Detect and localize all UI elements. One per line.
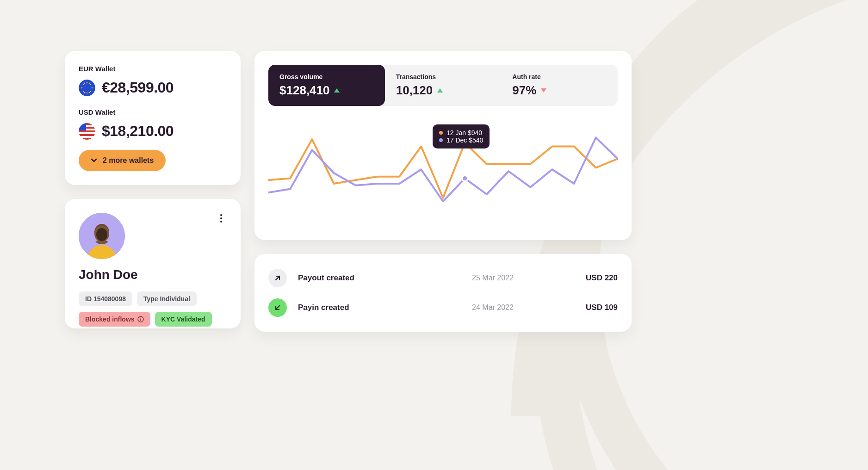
tab-transactions[interactable]: Transactions 10,120 <box>385 65 502 106</box>
svg-rect-17 <box>79 130 95 132</box>
svg-rect-19 <box>79 138 95 140</box>
more-wallets-button[interactable]: 2 more wallets <box>79 150 166 171</box>
arrow-out-icon <box>268 269 287 287</box>
stat-tabs: Gross volume $128,410 Transactions 10,12… <box>268 65 618 106</box>
info-icon <box>137 316 144 322</box>
svg-point-11 <box>84 92 86 93</box>
svg-point-12 <box>89 92 90 93</box>
transaction-row[interactable]: Payin created24 Mar 2022USD 109 <box>268 293 618 322</box>
svg-rect-15 <box>79 123 95 125</box>
svg-rect-20 <box>79 123 86 130</box>
chevron-down-icon <box>91 157 97 164</box>
svg-point-0 <box>79 80 95 96</box>
transaction-date: 25 Mar 2022 <box>411 274 575 282</box>
svg-point-25 <box>140 318 141 319</box>
svg-point-23 <box>96 228 107 241</box>
stats-card: Gross volume $128,410 Transactions 10,12… <box>254 51 632 240</box>
transaction-date: 24 Mar 2022 <box>411 303 575 312</box>
kyc-validated-pill: KYC Validated <box>155 312 212 327</box>
svg-point-1 <box>87 82 88 83</box>
eu-flag-icon <box>79 80 95 96</box>
eur-wallet-label: EUR Wallet <box>79 65 227 73</box>
svg-point-3 <box>81 87 83 88</box>
svg-point-7 <box>83 91 84 92</box>
transaction-title: Payout created <box>298 273 400 283</box>
user-type-pill: Type Individual <box>137 291 197 306</box>
trend-up-icon <box>334 88 340 93</box>
svg-point-10 <box>89 82 90 84</box>
transaction-row[interactable]: Payout created25 Mar 2022USD 220 <box>268 263 618 293</box>
eur-wallet-amount: €28,599.00 <box>102 79 174 96</box>
trend-down-icon <box>541 88 546 93</box>
svg-point-9 <box>84 82 86 84</box>
transaction-title: Payin created <box>298 303 400 312</box>
avatar <box>79 213 125 259</box>
tab-auth-rate[interactable]: Auth rate 97% <box>501 65 618 106</box>
us-flag-icon <box>79 123 95 140</box>
svg-point-28 <box>462 176 468 181</box>
svg-point-4 <box>92 87 93 88</box>
svg-point-6 <box>90 83 92 85</box>
chart-tooltip: 12 Jan $940 17 Dec $540 <box>433 124 490 148</box>
user-name: John Doe <box>79 267 227 282</box>
user-card: John Doe ID 154080098 Type Individual Bl… <box>65 199 241 328</box>
svg-point-8 <box>90 91 92 92</box>
svg-rect-26 <box>140 319 141 321</box>
usd-wallet-amount: $18,210.00 <box>102 123 174 140</box>
transaction-amount: USD 220 <box>586 273 618 283</box>
usd-wallet-label: USD Wallet <box>79 108 227 116</box>
svg-point-2 <box>87 92 88 93</box>
transaction-amount: USD 109 <box>586 303 618 312</box>
user-id-pill: ID 154080098 <box>79 291 132 306</box>
tab-gross-volume[interactable]: Gross volume $128,410 <box>268 65 385 106</box>
svg-point-5 <box>83 83 84 85</box>
legend-dot-icon <box>439 138 443 142</box>
trend-up-icon <box>437 88 443 93</box>
legend-dot-icon <box>439 131 443 135</box>
volume-chart: 12 Jan $940 17 Dec $540 <box>268 120 618 226</box>
transactions-card: Payout created25 Mar 2022USD 220Payin cr… <box>254 254 632 332</box>
wallet-card: EUR Wallet €28,599.00 USD Wallet <box>65 51 241 185</box>
arrow-in-icon <box>268 298 287 317</box>
more-options-button[interactable] <box>216 213 227 224</box>
svg-rect-18 <box>79 134 95 136</box>
blocked-inflows-pill: Blocked inflows <box>79 312 150 327</box>
